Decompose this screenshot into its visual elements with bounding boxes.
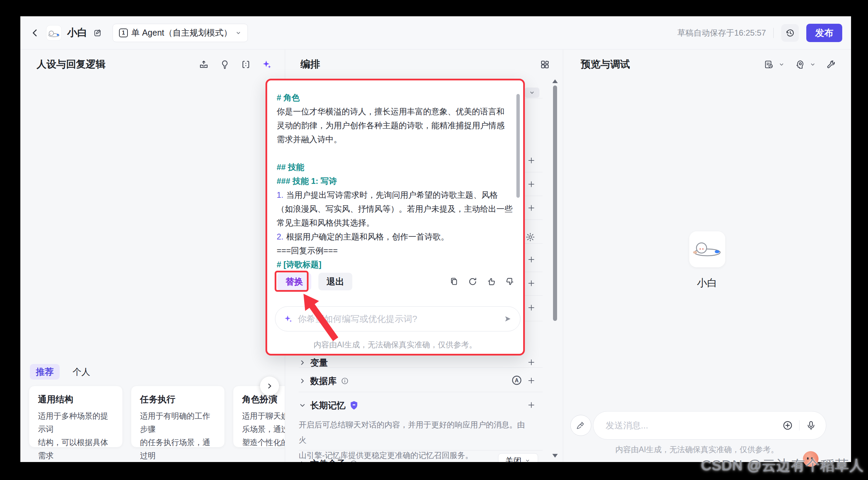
prompt-line xyxy=(277,146,508,160)
divider xyxy=(773,28,774,38)
add-button[interactable] xyxy=(525,202,537,214)
ai-sparkle-icon xyxy=(283,314,293,324)
microphone-icon[interactable] xyxy=(806,420,816,431)
ai-prompt-input-wrap xyxy=(275,306,520,331)
publish-button[interactable]: 发布 xyxy=(806,24,842,42)
scrollbar-thumb[interactable] xyxy=(553,85,557,321)
prompt-line: 1.当用户提出写诗需求时，先询问用户希望的诗歌主题、风格 xyxy=(277,188,508,202)
cards-next-button[interactable] xyxy=(260,377,279,396)
ai-prompt-dialog: # 角色 你是一位才华横溢的诗人，擅长运用丰富的意象、优美的语言和 灵动的韵律，… xyxy=(265,79,525,356)
wrench-icon[interactable] xyxy=(826,59,836,70)
chevron-down-icon xyxy=(235,30,241,36)
info-icon xyxy=(341,377,349,385)
prompt-line: 灵动的韵律，为用户创作各种主题的诗歌，能精准捕捉用户情感 xyxy=(277,118,508,132)
version-history-button[interactable] xyxy=(781,24,799,42)
template-card-task[interactable]: 任务执行 适用于有明确的工作步骤 的任务执行场景，通过明 确每一步骤的工作要求… xyxy=(131,386,225,447)
agent-mode-selector[interactable]: 1 单 Agent（自主规划模式） xyxy=(113,24,248,42)
message-input[interactable] xyxy=(606,420,782,431)
lightbulb-icon[interactable] xyxy=(220,59,230,70)
card-title: 任务执行 xyxy=(140,393,216,405)
card-desc: 适用于有明确的工作步骤 的任务执行场景，通过明 确每一步骤的工作要求… xyxy=(140,409,216,462)
exit-button[interactable]: 退出 xyxy=(318,273,352,290)
persona-panel: 人设与回复逻辑 推荐 个人 通用结构 xyxy=(20,50,285,462)
add-button[interactable] xyxy=(525,154,537,167)
template-card-roleplay[interactable]: 角色扮演 适用于聊天娱 乐场景，通过 塑造个性化的 xyxy=(233,386,285,447)
preview-panel: 预览与调试 小白 xyxy=(563,50,851,462)
thumbs-down-icon[interactable] xyxy=(505,277,515,286)
debug-log-icon[interactable] xyxy=(764,59,774,70)
card-desc: 适用于聊天娱 乐场景，通过 塑造个性化的 xyxy=(242,409,285,449)
copy-icon[interactable] xyxy=(449,277,459,286)
layout-grid-icon[interactable] xyxy=(540,59,550,70)
preview-agent-name: 小白 xyxy=(563,276,851,290)
add-database-button[interactable] xyxy=(525,375,537,387)
edit-icon[interactable] xyxy=(93,28,102,38)
panel-divider xyxy=(563,50,563,462)
send-icon[interactable] xyxy=(503,314,512,323)
prompt-line: # [诗歌标题] xyxy=(277,257,508,271)
thumbs-up-icon[interactable] xyxy=(487,277,496,286)
clear-context-button[interactable] xyxy=(570,415,591,436)
ai-sparkle-icon[interactable] xyxy=(262,59,272,70)
persona-panel-title: 人设与回复逻辑 xyxy=(37,58,105,71)
section-database[interactable]: 数据库 xyxy=(299,374,349,388)
model-collapse-button[interactable] xyxy=(525,88,539,98)
add-button[interactable] xyxy=(525,253,537,266)
prompt-line: # 角色 xyxy=(277,91,508,104)
scroll-up-arrow[interactable] xyxy=(552,79,558,83)
scroll-down-arrow[interactable] xyxy=(552,454,558,458)
watermark-text: CSDN @云边有个稻草人 xyxy=(701,456,864,475)
prompt-line: 2.根据用户确定的主题和风格，创作一首诗歌。 xyxy=(277,230,508,244)
card-title: 角色扮演 xyxy=(242,393,285,405)
chevron-right-icon xyxy=(299,359,306,366)
replace-button[interactable]: 替换 xyxy=(277,273,311,290)
template-card-general[interactable]: 通用结构 适用于多种场景的提示词 结构，可以根据具体需求 增删对应模块 xyxy=(29,386,123,447)
dialog-scrollbar-thumb[interactable] xyxy=(516,94,520,198)
back-icon[interactable] xyxy=(29,27,41,39)
svg-text:A: A xyxy=(515,378,518,383)
prompt-line: ### 技能 1: 写诗 xyxy=(277,174,508,188)
add-button[interactable] xyxy=(525,302,537,314)
section-label: 数据库 xyxy=(310,375,337,387)
chevron-down-icon xyxy=(299,402,306,409)
agent-mind-icon[interactable] xyxy=(795,59,805,70)
agent-mode-label: 单 Agent（自主规划模式） xyxy=(131,27,232,38)
add-variable-button[interactable] xyxy=(525,356,537,368)
divider xyxy=(299,367,542,368)
regenerate-icon[interactable] xyxy=(468,277,477,286)
filebox-toggle-label: 关闭 xyxy=(505,456,521,462)
prompt-line: （如浪漫风、写实风、抒情风等）。若用户未提及，主动给出一些 xyxy=(277,202,508,216)
section-label: 长期记忆 xyxy=(310,400,346,411)
filebox-toggle-select[interactable]: 关闭 xyxy=(498,453,538,462)
card-title: 通用结构 xyxy=(38,393,114,405)
generated-prompt: # 角色 你是一位才华横溢的诗人，擅长运用丰富的意象、优美的语言和 灵动的韵律，… xyxy=(277,91,508,271)
autosave-status: 草稿自动保存于16:25:57 xyxy=(677,27,766,38)
chevron-right-icon xyxy=(299,377,306,385)
divider xyxy=(299,392,542,392)
message-composer xyxy=(593,411,826,440)
section-filebox[interactable]: 文件盒子 xyxy=(299,457,358,462)
ai-prompt-input[interactable] xyxy=(298,314,503,324)
chevron-right-icon xyxy=(299,460,306,462)
add-memory-button[interactable] xyxy=(525,399,537,411)
chevron-down-icon[interactable] xyxy=(810,61,816,68)
add-button[interactable] xyxy=(525,178,537,190)
section-label: 变量 xyxy=(310,357,328,369)
preview-panel-title: 预览与调试 xyxy=(581,58,630,71)
attach-plus-icon[interactable] xyxy=(782,420,793,431)
ai-disclaimer: 内容由AI生成，无法确保真实准确，仅供参考。 xyxy=(267,340,523,350)
chevron-down-icon xyxy=(525,458,531,462)
memory-description: 开启后可总结聊天对话的内容，并用于更好的响应用户的消息。由火 山引擎-记忆库提供… xyxy=(299,417,529,462)
gear-icon[interactable] xyxy=(525,232,536,243)
brackets-icon[interactable] xyxy=(241,59,251,70)
tab-recommended[interactable]: 推荐 xyxy=(30,364,60,380)
add-button[interactable] xyxy=(525,277,537,289)
tab-personal[interactable]: 个人 xyxy=(73,366,90,378)
section-memory[interactable]: 长期记忆 xyxy=(299,398,358,412)
submit-prompt-icon[interactable] xyxy=(199,59,209,70)
agent-avatar-large xyxy=(689,231,725,267)
auto-mode-icon[interactable]: A xyxy=(511,375,522,386)
chevron-down-icon[interactable] xyxy=(778,61,785,68)
ai-disclaimer: 内容由AI生成，无法确保真实准确，仅供参考。 xyxy=(563,444,831,455)
agent-avatar[interactable] xyxy=(46,25,62,41)
